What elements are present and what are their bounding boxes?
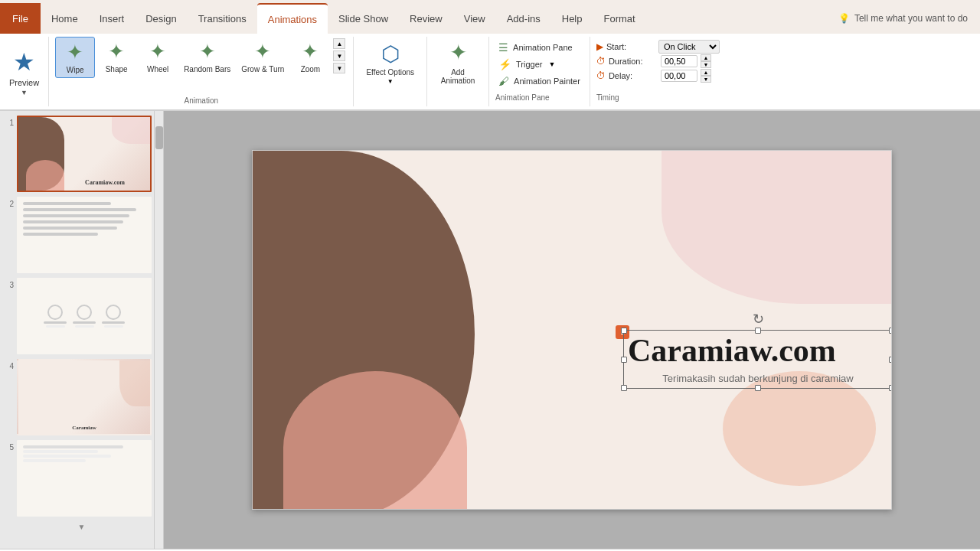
slide-num-3: 3 — [3, 281, 14, 289]
tab-slideshow[interactable]: Slide Show — [328, 3, 399, 34]
tab-insert[interactable]: Insert — [89, 3, 136, 34]
tell-me-text: Tell me what you want to do — [854, 13, 968, 24]
handle-middle-left[interactable] — [621, 357, 627, 363]
animation-pane-icon: ☰ — [498, 41, 508, 54]
start-icon: ▶ — [596, 41, 603, 52]
tab-animations[interactable]: Animations — [257, 3, 328, 34]
timing-label: Timing — [596, 92, 720, 103]
slide-canvas[interactable]: ↻ 1 Caramiaw.com Terimakasih sudah — [252, 150, 892, 510]
preview-dropdown[interactable]: ▼ — [21, 89, 28, 96]
add-animation-label: Add Animation — [441, 68, 475, 85]
wheel-icon: ✦ — [149, 40, 166, 64]
slide-thumb-4[interactable]: Caramiaw — [17, 359, 152, 435]
slide-panel-scroll-down[interactable]: ▼ — [3, 521, 160, 533]
duration-spinner[interactable]: ▲ ▼ — [701, 54, 711, 68]
tab-design[interactable]: Design — [135, 3, 187, 34]
adv-anim-label: Animation Pane — [495, 92, 583, 103]
panel-scrollbar-thumb[interactable] — [155, 126, 163, 149]
zoom-icon: ✦ — [302, 40, 318, 64]
slide-item-1[interactable]: 1 Caramiaw.com — [3, 116, 160, 192]
thumb-line — [23, 455, 111, 458]
rotation-handle[interactable]: ↻ — [750, 311, 766, 327]
slide-thumb-3[interactable] — [17, 278, 152, 354]
effect-options-arrow: ▼ — [387, 78, 394, 85]
tab-format[interactable]: Format — [593, 3, 646, 34]
animation-painter-button[interactable]: 🖌 Animation Painter — [495, 73, 583, 89]
tab-home[interactable]: Home — [41, 3, 89, 34]
thumb-line — [23, 459, 86, 462]
slide-num-4: 4 — [3, 362, 14, 370]
add-animation-icon: ✦ — [449, 40, 467, 65]
advanced-animation-group: ☰ Animation Pane ⚡ Trigger ▼ 🖌 Animation… — [489, 37, 590, 106]
slide-thumb-2[interactable] — [17, 197, 152, 273]
anim-wipe[interactable]: ✦ Wipe — [55, 37, 95, 78]
preview-icon: ★ — [13, 47, 35, 77]
main-title-text[interactable]: Caramiaw.com — [628, 334, 888, 367]
duration-input[interactable] — [661, 55, 697, 67]
duration-spin-up[interactable]: ▲ — [701, 54, 711, 61]
tab-help[interactable]: Help — [551, 3, 593, 34]
random-bars-icon: ✦ — [199, 40, 216, 64]
add-animation-group: ✦ Add Animation — — [427, 37, 489, 106]
wipe-icon: ✦ — [67, 41, 83, 64]
effect-options-button[interactable]: ⬡ Effect Options ▼ — [360, 37, 420, 90]
tab-file[interactable]: File — [0, 3, 41, 34]
scroll-up-button[interactable]: ▲ — [333, 38, 345, 49]
slide-thumb-5[interactable] — [17, 440, 152, 517]
duration-icon: ⏱ — [596, 56, 606, 67]
duration-spin-down[interactable]: ▼ — [701, 61, 711, 68]
grow-turn-icon: ✦ — [254, 40, 271, 64]
animation-scroll: ▲ ▼ ▼ — [332, 37, 347, 75]
delay-label: Delay: — [609, 71, 658, 80]
delay-input[interactable] — [661, 70, 697, 82]
slide-num-1: 1 — [3, 119, 14, 127]
handle-bottom-right[interactable] — [889, 385, 892, 391]
animation-group: ✦ Wipe ✦ Shape ✦ Wheel ✦ Random Bars ✦ — [49, 37, 354, 106]
add-animation-button[interactable]: ✦ Add Animation — [433, 37, 482, 88]
animation-painter-icon: 🖌 — [498, 75, 509, 87]
animation-badge: 1 — [616, 325, 629, 339]
handle-middle-right[interactable] — [889, 357, 892, 363]
slide-item-2[interactable]: 2 — [3, 197, 160, 273]
effect-options-icon: ⬡ — [381, 41, 400, 67]
ribbon-content: ★ Preview ▼ ✦ Wipe ✦ Shape ✦ Wheel — [0, 34, 980, 110]
delay-spin-up[interactable]: ▲ — [701, 69, 711, 76]
panel-scrollbar[interactable] — [154, 111, 163, 549]
trigger-dropdown[interactable]: ▼ — [548, 60, 555, 68]
scroll-down-button[interactable]: ▼ — [333, 51, 345, 61]
animation-pane-label: Animation Pane — [513, 43, 573, 52]
handle-top-right[interactable] — [889, 328, 892, 334]
tab-review[interactable]: Review — [399, 3, 453, 34]
start-select[interactable]: On Click With Previous After Previous — [658, 40, 720, 54]
delay-spinner[interactable]: ▲ ▼ — [701, 69, 711, 83]
tell-me-bar[interactable]: 💡 Tell me what you want to do — [826, 3, 980, 34]
start-label: Start: — [606, 42, 655, 51]
subtitle-text[interactable]: Terimakasih sudah berkunjung di caramiaw — [628, 373, 888, 384]
anim-wheel[interactable]: ✦ Wheel — [138, 37, 178, 77]
scroll-more-button[interactable]: ▼ — [333, 63, 345, 73]
tab-transitions[interactable]: Transitions — [188, 3, 257, 34]
slide-num-5: 5 — [3, 443, 14, 452]
canvas-area[interactable]: ↻ 1 Caramiaw.com Terimakasih sudah — [164, 111, 980, 549]
start-row: ▶ Start: On Click With Previous After Pr… — [596, 40, 720, 54]
delay-spin-down[interactable]: ▼ — [701, 76, 711, 83]
slide-thumb-1[interactable]: Caramiaw.com — [17, 116, 152, 192]
trigger-button[interactable]: ⚡ Trigger ▼ — [495, 57, 583, 72]
handle-bottom-left[interactable] — [621, 385, 627, 391]
slide-item-5[interactable]: 5 — [3, 440, 160, 517]
anim-grow-turn[interactable]: ✦ Grow & Turn — [237, 37, 289, 77]
tab-addins[interactable]: Add-ins — [496, 3, 551, 34]
slide-item-3[interactable]: 3 — [3, 278, 160, 354]
thumb-line — [23, 445, 123, 448]
tab-view[interactable]: View — [453, 3, 496, 34]
anim-shape[interactable]: ✦ Shape — [96, 37, 136, 77]
animation-pane-button[interactable]: ☰ Animation Pane — [495, 40, 583, 55]
grow-turn-label: Grow & Turn — [241, 65, 284, 73]
selected-text-box[interactable]: ↻ 1 Caramiaw.com Terimakasih sudah — [628, 334, 888, 384]
main-area: 1 Caramiaw.com 2 — [0, 111, 980, 549]
preview-button[interactable]: ★ Preview ▼ — [9, 47, 39, 96]
anim-zoom[interactable]: ✦ Zoom — [290, 37, 330, 77]
anim-random-bars[interactable]: ✦ Random Bars — [179, 37, 235, 77]
thumb-line — [23, 233, 98, 236]
slide-item-4[interactable]: 4 Caramiaw — [3, 359, 160, 435]
